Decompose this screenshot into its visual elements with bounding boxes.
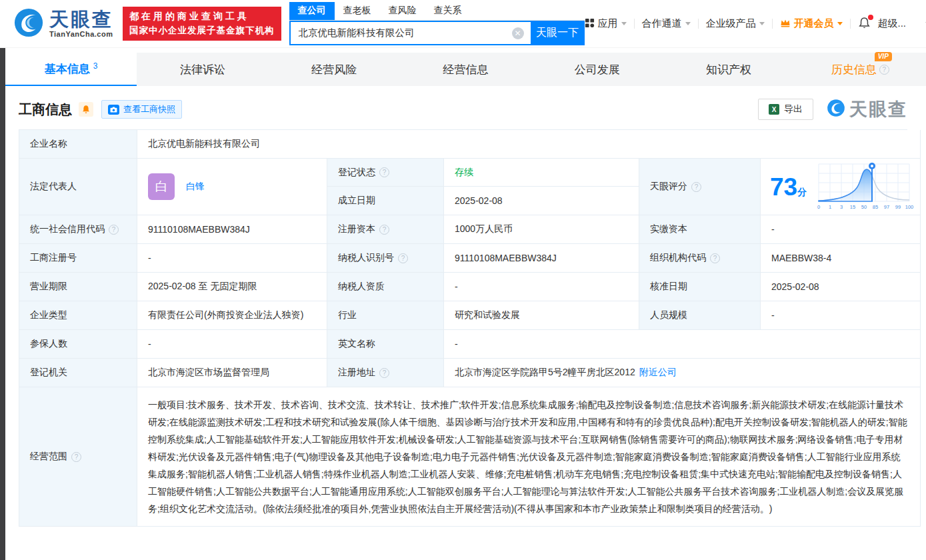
snapshot-button-label: 查看工商快照 bbox=[123, 103, 175, 115]
field-label-insured-count: 参保人数 bbox=[19, 330, 137, 359]
svg-text:99: 99 bbox=[895, 204, 901, 210]
nav-open-vip[interactable]: 开通会员 bbox=[780, 17, 843, 30]
field-value-establish-date: 2025-02-08 bbox=[444, 187, 639, 215]
section-title: 工商信息 bbox=[19, 101, 72, 119]
field-value-english-name: - bbox=[444, 330, 921, 359]
tab-development-label: 公司发展 bbox=[575, 62, 620, 77]
tianyancha-swirl-icon bbox=[13, 7, 44, 41]
nav-divider bbox=[698, 19, 699, 29]
tab-history-info[interactable]: 历史信息 VIP ? bbox=[795, 53, 926, 86]
crown-icon bbox=[780, 18, 791, 29]
field-label-english-name: 英文名称 bbox=[327, 330, 444, 359]
field-label-approval-date: 核准日期 bbox=[639, 273, 761, 301]
search-tab-boss[interactable]: 查老板 bbox=[335, 2, 380, 20]
search-input-value: 北京优电新能科技有限公司 bbox=[299, 27, 415, 39]
tab-basic-info[interactable]: 基本信息 3 bbox=[5, 53, 137, 86]
tab-business-info[interactable]: 经营信息 bbox=[400, 53, 531, 86]
field-label-paid-capital: 实缴资本 bbox=[639, 215, 761, 244]
field-label-company-type: 企业类型 bbox=[19, 301, 137, 330]
nav-divider bbox=[850, 19, 851, 29]
nav-cooperation[interactable]: 合作通道 bbox=[642, 17, 691, 30]
field-label-org-code: 组织机构代码? bbox=[639, 244, 761, 273]
field-label-taxpayer-id: 纳税人识别号? bbox=[327, 244, 444, 273]
score-number: 73 bbox=[770, 173, 797, 201]
field-value-score: 73分 bbox=[761, 159, 921, 215]
field-value-org-code: MAEBBW38-4 bbox=[761, 244, 921, 273]
chevron-down-icon bbox=[621, 22, 627, 25]
help-icon[interactable]: ? bbox=[691, 182, 701, 192]
field-label-reg-number: 工商注册号 bbox=[19, 244, 137, 273]
nav-super-vip[interactable]: 超级... bbox=[878, 17, 907, 30]
nav-apps-label: 应用 bbox=[598, 17, 618, 30]
tab-company-development[interactable]: 公司发展 bbox=[531, 53, 663, 86]
monitor-bell-button[interactable] bbox=[79, 102, 93, 117]
nav-vip-label: 开通会员 bbox=[794, 17, 834, 30]
field-value-legal-rep: 白 白锋 bbox=[137, 159, 327, 215]
camera-icon bbox=[108, 105, 119, 115]
nav-apps[interactable]: 应用 bbox=[585, 17, 627, 30]
help-icon[interactable]: ? bbox=[710, 253, 720, 263]
help-icon[interactable]: ? bbox=[379, 225, 389, 235]
company-tabs: 基本信息 3 法律诉讼 经营风险 经营信息 公司发展 知识产权 历史信息 VIP… bbox=[5, 53, 926, 86]
svg-text:85: 85 bbox=[873, 204, 878, 210]
search-tab-company[interactable]: 查公司 bbox=[289, 2, 335, 20]
brand-slogan: 都在用的商业查询工具 国家中小企业发展子基金旗下机构 bbox=[123, 7, 281, 41]
field-label-business-scope: 经营范围? bbox=[19, 387, 137, 527]
field-value-reg-capital: 1000万人民币 bbox=[444, 215, 639, 244]
nav-enterprise[interactable]: 企业级产品 bbox=[706, 17, 765, 30]
field-value-business-scope: 一般项目:技术服务、技术开发、技术咨询、技术交流、技术转让、技术推广;软件开发;… bbox=[137, 387, 921, 527]
tab-risk-label: 经营风险 bbox=[311, 62, 357, 77]
tab-legal-label: 法律诉讼 bbox=[180, 62, 225, 77]
nav-divider bbox=[772, 19, 773, 29]
search-button[interactable]: 天眼一下 bbox=[531, 21, 585, 45]
business-info-table: 企业名称 北京优电新能科技有限公司 法定代表人 白 白锋 登记状态? 存续 成立… bbox=[19, 129, 907, 527]
field-value-reg-number: - bbox=[137, 244, 327, 273]
tianyancha-logo[interactable]: 天眼查 TianYanCha.com bbox=[13, 7, 113, 41]
tab-intellectual-property[interactable]: 知识产权 bbox=[663, 53, 794, 86]
field-value-taxpayer-quality: - bbox=[444, 273, 639, 301]
search-tabs: 查公司 查老板 查风险 查关系 bbox=[289, 2, 585, 21]
tab-ip-label: 知识产权 bbox=[706, 62, 751, 77]
tab-legal-proceedings[interactable]: 法律诉讼 bbox=[137, 53, 268, 86]
field-value-reg-authority: 北京市海淀区市场监督管理局 bbox=[137, 359, 327, 387]
field-label-business-term: 营业期限 bbox=[19, 273, 137, 301]
help-icon[interactable]: ? bbox=[109, 225, 119, 235]
field-value-staff-size: - bbox=[761, 301, 921, 330]
field-label-company-name: 企业名称 bbox=[19, 130, 137, 159]
svg-text:0: 0 bbox=[817, 204, 820, 210]
tab-operating-risk[interactable]: 经营风险 bbox=[269, 53, 400, 86]
field-value-insured-count: - bbox=[137, 330, 327, 359]
field-label-staff-size: 人员规模 bbox=[639, 301, 761, 330]
field-label-taxpayer-quality: 纳税人资质 bbox=[327, 273, 444, 301]
field-value-approval-date: 2025-02-08 bbox=[761, 273, 921, 301]
nearby-companies-link[interactable]: 附近公司 bbox=[639, 367, 677, 379]
field-label-industry: 行业 bbox=[327, 301, 444, 330]
search-tab-relation[interactable]: 查关系 bbox=[425, 2, 471, 20]
vip-badge: VIP bbox=[875, 52, 892, 61]
legal-rep-link[interactable]: 白锋 bbox=[186, 181, 205, 193]
help-icon[interactable]: ? bbox=[879, 65, 889, 75]
bell-icon bbox=[81, 105, 91, 114]
legal-rep-avatar[interactable]: 白 bbox=[148, 173, 175, 200]
field-label-reg-authority: 登记机关 bbox=[19, 359, 137, 387]
field-value-company-type: 有限责任公司(外商投资企业法人独资) bbox=[137, 301, 327, 330]
apps-grid-icon bbox=[585, 18, 595, 30]
brand-name: 天眼查 bbox=[49, 9, 113, 29]
view-business-snapshot-button[interactable]: 查看工商快照 bbox=[101, 100, 182, 119]
notifications-bell[interactable] bbox=[858, 17, 871, 31]
nav-super-label: 超级... bbox=[878, 17, 907, 30]
field-value-reg-status: 存续 bbox=[444, 159, 639, 187]
nav-cooperation-label: 合作通道 bbox=[642, 17, 682, 30]
clear-search-icon[interactable]: ✕ bbox=[512, 27, 524, 39]
help-icon[interactable]: ? bbox=[71, 452, 81, 462]
export-button[interactable]: X 导出 bbox=[758, 99, 813, 120]
search-tab-risk[interactable]: 查风险 bbox=[380, 2, 425, 20]
search-input[interactable]: 北京优电新能科技有限公司 ✕ bbox=[289, 21, 531, 45]
page-left-edge bbox=[0, 48, 5, 560]
field-value-taxpayer-id: 91110108MAEBBW384J bbox=[444, 244, 639, 273]
field-value-reg-address: 北京市海淀区学院路甲5号2幢平房北区2012 附近公司 bbox=[444, 359, 921, 387]
help-icon[interactable]: ? bbox=[398, 253, 408, 263]
help-icon[interactable]: ? bbox=[379, 368, 389, 378]
field-label-score: 天眼评分? bbox=[639, 159, 761, 215]
help-icon[interactable]: ? bbox=[379, 167, 389, 177]
